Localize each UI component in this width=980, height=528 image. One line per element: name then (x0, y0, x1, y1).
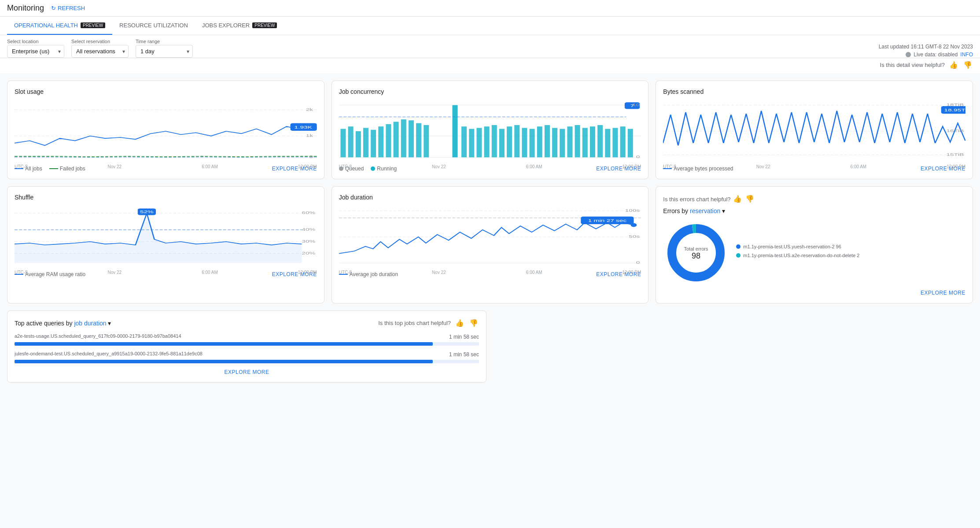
svg-marker-66 (15, 213, 302, 263)
top-queries-feedback: Is this top jobs chart helpful? 👍 👎 (378, 318, 479, 328)
job-duration-sort-link[interactable]: job duration (74, 320, 106, 327)
svg-rect-46 (620, 126, 625, 157)
top-queries-explore-more[interactable]: EXPLORE MORE (224, 369, 269, 375)
svg-rect-34 (529, 129, 534, 158)
svg-rect-31 (507, 126, 512, 157)
svg-rect-38 (560, 129, 565, 158)
query-bar-bg-1 (15, 342, 479, 346)
job-concurrency-card: Job concurrency (332, 81, 649, 179)
svg-text:16TiB: 16TiB (947, 128, 964, 133)
svg-rect-17 (378, 126, 383, 157)
reservation-filter: Select reservation All reservations (71, 39, 129, 58)
donut-chart: Total errors 98 (663, 220, 729, 286)
svg-text:2k: 2k (306, 107, 313, 112)
errors-dot-2 (736, 253, 741, 258)
svg-rect-27 (476, 128, 482, 157)
query-row-1: a2e-tests-usage.US.scheduled_query_617fc… (15, 333, 479, 346)
live-status-dot (906, 52, 911, 57)
svg-text:Total errors: Total errors (684, 246, 709, 251)
svg-text:20%: 20% (302, 251, 315, 255)
svg-rect-36 (545, 125, 550, 157)
svg-rect-32 (514, 125, 519, 157)
svg-text:100s: 100s (625, 208, 639, 213)
preview-badge-jobs: PREVIEW (252, 22, 277, 28)
svg-rect-39 (567, 126, 572, 157)
query-bar-fill-2 (15, 360, 433, 363)
svg-rect-43 (597, 125, 603, 157)
errors-explore-more[interactable]: EXPLORE MORE (921, 290, 965, 296)
svg-rect-24 (452, 105, 457, 157)
time-range-filter: Time range 1 day (136, 39, 193, 58)
page-title: Monitoring (7, 4, 44, 13)
svg-text:18TiB: 18TiB (947, 102, 964, 107)
svg-text:52%: 52% (140, 209, 154, 214)
time-range-select[interactable]: 1 day (136, 45, 193, 58)
svg-rect-37 (552, 128, 557, 157)
info-link[interactable]: INFO (960, 52, 973, 58)
tabs-bar: OPERATIONAL HEALTH PREVIEW RESOURCE UTIL… (0, 17, 980, 35)
svg-rect-44 (605, 129, 610, 158)
thumbs-up-button[interactable]: 👍 (948, 60, 959, 70)
thumbs-down-button[interactable]: 👎 (962, 60, 973, 70)
tab-jobs-explorer[interactable]: JOBS EXPLORER PREVIEW (195, 17, 284, 35)
top-queries-thumbs-down[interactable]: 👎 (468, 318, 479, 328)
svg-text:60%: 60% (302, 210, 315, 215)
tab-operational-health[interactable]: OPERATIONAL HEALTH PREVIEW (7, 17, 112, 35)
errors-legend-item-1: m1.1y-premia-test.US.yuesh-reservation-2… (736, 244, 859, 249)
svg-text:1k: 1k (306, 133, 313, 138)
location-select[interactable]: Enterprise (us) (7, 45, 64, 58)
location-filter: Select location Enterprise (us) (7, 39, 64, 58)
query-bar-bg-2 (15, 360, 479, 363)
svg-text:40%: 40% (302, 227, 315, 232)
svg-rect-30 (499, 129, 505, 158)
query-bar-fill-1 (15, 342, 433, 346)
job-duration-title: Job duration (339, 194, 641, 201)
main-content: Slot usage 1.93K 2k 1k (0, 74, 980, 390)
svg-rect-26 (469, 129, 474, 158)
tab-resource-utilization[interactable]: RESOURCE UTILIZATION (112, 17, 195, 35)
job-concurrency-title: Job concurrency (339, 88, 641, 95)
reservation-select[interactable]: All reservations (71, 45, 129, 58)
errors-legend-item-2: m1.1y-premia-test.US.a2e-reservation-do-… (736, 253, 859, 258)
errors-thumbs-up[interactable]: 👍 (732, 194, 743, 204)
svg-rect-23 (424, 125, 429, 157)
job-concurrency-chart: 7 10 0 UTC-8 Nov 22 6:00 AM 12:00 PM (339, 100, 641, 162)
svg-rect-29 (491, 125, 497, 157)
top-queries-header: Top active queries by job duration ▾ Is … (15, 318, 479, 328)
svg-text:50s: 50s (629, 234, 640, 239)
refresh-icon: ↻ (51, 5, 56, 11)
errors-thumbs-down[interactable]: 👎 (744, 194, 755, 204)
reservation-link[interactable]: reservation (690, 207, 720, 214)
svg-rect-18 (386, 124, 391, 157)
svg-rect-42 (590, 126, 595, 157)
slot-usage-card: Slot usage 1.93K 2k 1k (7, 81, 324, 179)
svg-text:0: 0 (636, 154, 640, 159)
errors-helpful-text: Is this errors chart helpful? 👍 👎 (663, 194, 755, 204)
shuffle-title: Shuffle (15, 194, 317, 201)
slot-usage-title: Slot usage (15, 88, 317, 95)
svg-text:10: 10 (632, 102, 640, 107)
svg-rect-40 (575, 125, 580, 157)
errors-dot-1 (736, 244, 741, 249)
refresh-button[interactable]: ↻ REFRESH (51, 5, 85, 11)
header: Monitoring ↻ REFRESH (0, 0, 980, 17)
status-bar: Last updated 16:11 GMT-8 22 Nov 2023 Liv… (879, 44, 973, 58)
chart-row-2: Shuffle 52% 60% (7, 186, 973, 303)
shuffle-card: Shuffle 52% 60% (7, 186, 324, 303)
svg-text:15TiB: 15TiB (947, 152, 964, 157)
query-2-header: julesfe-ondemand-test.US.scheduled_query… (15, 351, 479, 358)
feedback-row: Is this detail view helpful? 👍 👎 (0, 58, 980, 74)
errors-legend: m1.1y-premia-test.US.yuesh-reservation-2… (736, 244, 859, 262)
bytes-scanned-card: Bytes scanned 18.95T 18TiB 16TiB 15TiB (656, 81, 973, 179)
svg-rect-16 (371, 130, 376, 157)
empty-right (494, 310, 973, 383)
svg-text:0: 0 (309, 154, 313, 159)
svg-rect-22 (416, 123, 421, 158)
svg-rect-21 (409, 120, 414, 157)
top-queries-thumbs-up[interactable]: 👍 (454, 318, 465, 328)
query-row-2: julesfe-ondemand-test.US.scheduled_query… (15, 351, 479, 363)
job-duration-card: Job duration 1 min 27 sec 100s (332, 186, 649, 303)
svg-text:1 min 27 sec: 1 min 27 sec (588, 218, 626, 223)
svg-rect-25 (461, 126, 467, 157)
query-1-header: a2e-tests-usage.US.scheduled_query_617fc… (15, 333, 479, 340)
